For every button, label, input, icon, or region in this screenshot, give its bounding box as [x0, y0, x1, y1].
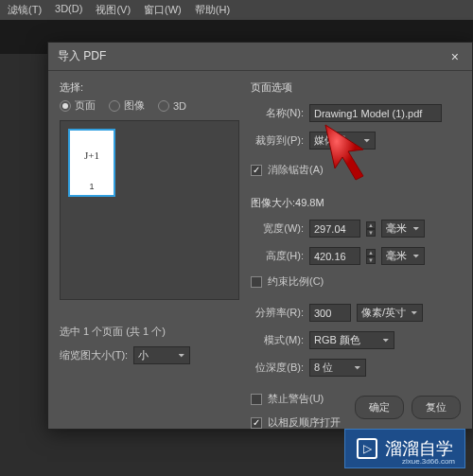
name-field[interactable]	[309, 104, 442, 122]
selection-count-label: 选中 1 个页面 (共 1 个)	[60, 325, 239, 339]
menu-window[interactable]: 窗口(W)	[144, 3, 182, 17]
width-field[interactable]	[309, 220, 360, 238]
radio-dot-icon	[60, 100, 71, 112]
dialog-title: 导入 PDF	[58, 48, 106, 64]
select-radio-group: 页面 图像 3D	[60, 98, 239, 113]
width-spinner[interactable]: ▲▼	[366, 221, 376, 237]
depth-label: 位深度(B):	[251, 361, 304, 375]
radio-3d-label: 3D	[173, 100, 186, 112]
play-icon: ▷	[357, 438, 377, 459]
menubar: 滤镜(T) 3D(D) 视图(V) 窗口(W) 帮助(H)	[0, 0, 473, 20]
reverse-label: 以相反顺序打开	[268, 415, 341, 430]
name-label: 名称(N):	[251, 106, 304, 120]
resolution-unit-value: 像素/英寸	[361, 306, 406, 320]
resolution-unit-dropdown[interactable]: 像素/英寸	[357, 304, 423, 322]
menu-view[interactable]: 视图(V)	[96, 3, 131, 17]
radio-page[interactable]: 页面	[60, 98, 96, 113]
suppress-checkbox[interactable]	[251, 394, 262, 405]
crop-value: 媒体框	[314, 133, 345, 148]
image-size-label: 图像大小:49.8M	[251, 196, 461, 210]
dialog-footer: 确定 复位	[355, 396, 461, 419]
height-unit-value: 毫米	[386, 249, 407, 263]
height-label: 高度(H):	[251, 249, 304, 263]
crop-label: 裁剪到(P):	[251, 133, 304, 148]
height-spinner[interactable]: ▲▼	[366, 249, 376, 264]
reset-button[interactable]: 复位	[412, 396, 461, 419]
watermark: ▷ 溜溜自学 zixue.3d66.com	[344, 429, 465, 468]
thumb-size-value: 小	[138, 348, 149, 362]
height-unit-dropdown[interactable]: 毫米	[381, 247, 425, 265]
mode-label: 模式(M):	[251, 333, 304, 347]
right-column: 页面选项 名称(N): 裁剪到(P): 媒体框 消除锯齿(A) 图像大小:49.…	[251, 80, 461, 433]
thumbnail-number: 1	[89, 182, 94, 191]
radio-image-label: 图像	[124, 98, 145, 113]
width-unit-value: 毫米	[386, 221, 407, 236]
thumb-size-dropdown[interactable]: 小	[133, 346, 190, 364]
depth-dropdown[interactable]: 8 位	[309, 359, 366, 377]
resolution-field[interactable]	[309, 304, 351, 322]
radio-page-label: 页面	[75, 98, 96, 113]
page-options-label: 页面选项	[251, 80, 461, 95]
constrain-checkbox[interactable]	[251, 276, 262, 288]
suppress-label: 禁止警告(U)	[268, 392, 324, 406]
select-label: 选择:	[60, 80, 239, 95]
radio-3d[interactable]: 3D	[158, 100, 186, 112]
menu-3d[interactable]: 3D(D)	[55, 3, 82, 17]
mode-dropdown[interactable]: RGB 颜色	[309, 331, 394, 349]
watermark-url: zixue.3d66.com	[402, 457, 455, 466]
antialias-checkbox[interactable]	[251, 165, 262, 176]
thumbnail-content: J+1	[84, 150, 99, 161]
close-icon[interactable]: ×	[447, 49, 463, 64]
crop-dropdown[interactable]: 媒体框	[309, 132, 376, 150]
radio-dot-icon	[158, 100, 169, 112]
width-unit-dropdown[interactable]: 毫米	[381, 220, 425, 238]
left-column: 选择: 页面 图像 3D J+1 1	[60, 80, 239, 433]
mode-value: RGB 颜色	[314, 333, 360, 347]
import-pdf-dialog: 导入 PDF × 选择: 页面 图像 3D	[47, 42, 473, 430]
radio-dot-icon	[109, 100, 120, 112]
width-label: 宽度(W):	[251, 221, 304, 236]
radio-image[interactable]: 图像	[109, 98, 145, 113]
thumbnail-panel: J+1 1	[60, 120, 239, 300]
menu-filter[interactable]: 滤镜(T)	[8, 3, 42, 17]
depth-value: 8 位	[314, 361, 333, 375]
height-field[interactable]	[309, 247, 360, 265]
dialog-titlebar: 导入 PDF ×	[48, 43, 472, 71]
resolution-label: 分辨率(R):	[251, 306, 304, 320]
constrain-label: 约束比例(C)	[268, 274, 324, 289]
ok-button[interactable]: 确定	[355, 396, 404, 419]
page-thumbnail[interactable]: J+1 1	[68, 129, 115, 197]
antialias-label: 消除锯齿(A)	[268, 163, 324, 177]
menu-help[interactable]: 帮助(H)	[195, 3, 230, 17]
thumb-size-label: 缩览图大小(T):	[60, 348, 128, 362]
reverse-checkbox[interactable]	[251, 417, 262, 429]
